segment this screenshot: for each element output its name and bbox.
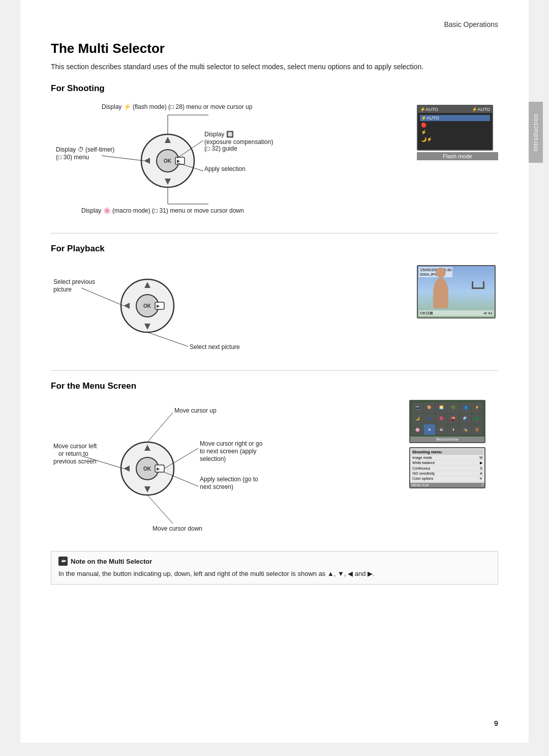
shooting-section: For Shooting OK ▶ <box>51 83 498 217</box>
svg-text:Display 🔲: Display 🔲 <box>204 130 234 138</box>
menu-cell-3-6: 🔆 <box>472 424 483 435</box>
shooting-dial-svg: OK ▶ Display ⚡ (fla <box>51 100 285 217</box>
menu-grid-top: 📷 🎨 🌅 🌿 👥 ⚡ 🌙 🐾 🌺 🌇 🌊 <box>410 401 484 437</box>
svg-text:selection): selection) <box>200 455 226 462</box>
screen-header-bar: ⚡AUTO ⚡AUTO <box>418 106 492 113</box>
menu-dial-svg: OK ▶ Move cursor up Move cursor right or… <box>51 397 274 535</box>
menu-cell-1-4: 🌿 <box>448 402 460 413</box>
shooting-menu-screen: Shooting menu Image mode M White balance… <box>409 447 498 488</box>
menu-cell-2-2: 🐾 <box>424 414 436 424</box>
svg-text:(exposure compensation): (exposure compensation) <box>204 138 273 146</box>
svg-text:Apply selection (go to: Apply selection (go to <box>200 476 258 483</box>
shooting-screen-area: ⚡AUTO ⚡AUTO ⚡AUTO 🔴 ⚡ <box>417 100 498 160</box>
menu-cell-1-5: 👥 <box>460 402 471 413</box>
screen-top-label: Beach/snow <box>410 437 484 442</box>
flash-screen-container: ⚡AUTO ⚡AUTO ⚡AUTO 🔴 ⚡ <box>417 105 498 160</box>
playback-screen: 15/05/2009 15:30 0004.JPG OK⊡⊠ 4/ 41 <box>417 265 496 318</box>
menu-section-title: For the Menu Screen <box>51 381 498 391</box>
menu-cell-1-3: 🌅 <box>436 402 447 413</box>
svg-line-57 <box>147 495 173 524</box>
section-header: Basic Operations <box>51 20 498 32</box>
menu-diagram: OK ▶ Move cursor up Move cursor right or… <box>51 397 274 535</box>
playback-diagram-area: OK ▶ Select previous picture <box>51 260 498 354</box>
flash-row-slow: 🌙⚡ <box>420 136 490 142</box>
svg-line-31 <box>81 288 124 306</box>
menu-cell-2-5: 🌊 <box>460 414 471 424</box>
note-icon: ✏ <box>58 557 68 566</box>
menu-footer: MENU Exit ? <box>410 483 484 487</box>
svg-text:Select previous: Select previous <box>53 278 95 285</box>
playback-screen-area: 15/05/2009 15:30 0004.JPG OK⊡⊠ 4/ 41 <box>417 260 498 318</box>
flash-row-flash: ⚡ <box>420 129 490 135</box>
note-text: In the manual, the button indicating up,… <box>58 569 491 579</box>
note-title: ✏ Note on the Multi Selector <box>58 557 491 566</box>
svg-text:Display 🌸 (macro mode) (□ 31): Display 🌸 (macro mode) (□ 31) menu or mo… <box>81 207 244 214</box>
menu-diagram-area: OK ▶ Move cursor up Move cursor right or… <box>51 397 498 535</box>
playback-section: For Playback OK ▶ <box>51 244 498 354</box>
svg-text:(□ 30) menu: (□ 30) menu <box>56 154 89 161</box>
svg-text:next screen): next screen) <box>200 483 233 490</box>
svg-line-34 <box>147 332 188 346</box>
menu-grid-mock: 📷 🎨 🌅 🌿 👥 ⚡ 🌙 🐾 🌺 🌇 🌊 <box>409 400 485 443</box>
flash-row-red: 🔴 <box>420 122 490 128</box>
flash-mode-screen: ⚡AUTO ⚡AUTO ⚡AUTO 🔴 ⚡ <box>417 105 493 151</box>
playback-title: For Playback <box>51 244 498 254</box>
screen-header-left: ⚡AUTO <box>420 107 438 112</box>
svg-text:Move cursor up: Move cursor up <box>174 407 217 414</box>
flash-row-auto: ⚡AUTO <box>420 115 490 121</box>
menu-list-title: Shooting menu <box>411 449 483 455</box>
shooting-menu-mock: Shooting menu Image mode M White balance… <box>409 447 485 488</box>
menu-cell-1-2: 🎨 <box>424 402 436 413</box>
svg-text:Apply selection: Apply selection <box>204 165 246 172</box>
section-title: Basic Operations <box>444 20 498 28</box>
menu-grid-screen: 📷 🎨 🌅 🌿 👥 ⚡ 🌙 🐾 🌺 🌇 🌊 <box>409 400 498 443</box>
svg-line-17 <box>102 156 144 161</box>
menu-diagram-left: OK ▶ Move cursor up Move cursor right or… <box>51 397 394 535</box>
menu-screens-area: 📷 🎨 🌅 🌿 👥 ⚡ 🌙 🐾 🌺 🌇 🌊 <box>409 400 498 488</box>
screen-header-right: ⚡AUTO <box>472 107 490 112</box>
playback-diagram: OK ▶ Select previous picture <box>51 260 264 354</box>
menu-item-continuous: Continuous S <box>411 466 483 471</box>
menu-item-color: Color options ✕ <box>411 476 483 482</box>
page-title: The Multi Selector <box>51 41 498 56</box>
svg-text:Select next picture: Select next picture <box>190 343 240 351</box>
section-tab-label: Introduction <box>532 113 539 152</box>
flash-mode-label: Flash mode <box>417 152 498 160</box>
svg-text:▶: ▶ <box>157 304 160 308</box>
shooting-diagram-area: OK ▶ Display ⚡ (fla <box>51 100 498 217</box>
menu-cell-3-5: 🎭 <box>460 424 471 435</box>
intro-text: This section describes standard uses of … <box>51 62 498 72</box>
svg-text:Move cursor right or go: Move cursor right or go <box>200 440 263 447</box>
playback-screen-container: 15/05/2009 15:30 0004.JPG OK⊡⊠ 4/ 41 <box>417 265 498 318</box>
shooting-diagram-left: OK ▶ Display ⚡ (fla <box>51 100 402 217</box>
page-number: 9 <box>494 719 498 728</box>
svg-text:OK: OK <box>143 466 151 472</box>
menu-cell-3-3: 🏛 <box>436 424 447 435</box>
svg-text:(□ 32) guide: (□ 32) guide <box>204 145 237 152</box>
menu-cell-3-1: 🌸 <box>412 424 423 435</box>
svg-text:previous screen: previous screen <box>53 458 97 465</box>
menu-cell-3-4: ⬆ <box>448 424 460 435</box>
menu-cell-3-2-highlight: ❄ <box>424 424 436 435</box>
note-box: ✏ Note on the Multi Selector In the manu… <box>51 551 498 585</box>
menu-cell-2-3: 🌺 <box>436 414 447 424</box>
divider-2 <box>51 370 498 371</box>
screen-body: ⚡AUTO 🔴 ⚡ 🌙⚡ <box>418 113 492 144</box>
svg-text:picture: picture <box>53 286 72 293</box>
svg-text:Display ⏱ (self-timer): Display ⏱ (self-timer) <box>56 146 114 153</box>
menu-item-wb: White balance ▶ <box>411 460 483 466</box>
playback-counter: OK⊡⊠ 4/ 41 <box>419 310 494 316</box>
svg-text:▶: ▶ <box>157 467 160 471</box>
svg-text:to next screen (apply: to next screen (apply <box>200 448 256 455</box>
menu-item-image: Image mode M <box>411 455 483 460</box>
playback-dial-svg: OK ▶ Select previous picture <box>51 260 264 354</box>
svg-text:or return to: or return to <box>58 450 88 457</box>
svg-text:OK: OK <box>164 158 172 164</box>
svg-line-44 <box>147 413 173 442</box>
playback-diagram-left: OK ▶ Select previous picture <box>51 260 402 354</box>
menu-cell-1-1: 📷 <box>412 402 423 413</box>
svg-text:OK: OK <box>143 303 151 309</box>
shooting-diagram: OK ▶ Display ⚡ (fla <box>51 100 285 217</box>
svg-text:Display ⚡ (flash mode) (□ 28) : Display ⚡ (flash mode) (□ 28) menu or mo… <box>102 103 253 110</box>
menu-cell-1-6: ⚡ <box>472 402 483 413</box>
